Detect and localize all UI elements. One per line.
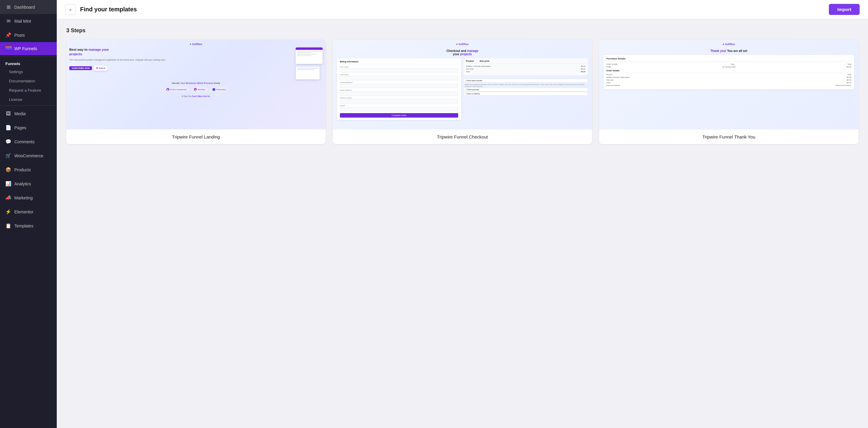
- template-card-checkout[interactable]: ● SoftRex Checkout and manageyour projec…: [333, 40, 592, 144]
- comments-icon: 💬: [5, 139, 11, 144]
- total-col: Total: [847, 74, 851, 75]
- thankyou-headline: Thank you! You are all set: [603, 49, 854, 53]
- products-icon: 📦: [5, 167, 11, 172]
- lastname-label: Last name*: [340, 74, 458, 75]
- sidebar-item-media[interactable]: 🖼 Media: [0, 107, 57, 121]
- purchase-details-title: Purchase Details: [606, 57, 851, 62]
- funnels-section-title: Funnels: [0, 58, 57, 67]
- landing-content: Best way to manage yourprojects The most…: [66, 47, 326, 79]
- back-button[interactable]: «: [65, 4, 76, 15]
- order-detail-row: SoftRex Monthly Subscription $9.00: [606, 76, 851, 78]
- sidebar-item-woocommerce[interactable]: 🛒 WooCommerce: [0, 149, 57, 163]
- sidebar-item-comments[interactable]: 💬 Comments: [0, 135, 57, 149]
- screen-2: [296, 65, 319, 79]
- marketing-icon: 📣: [5, 195, 11, 201]
- template-card-thankyou[interactable]: ● SoftRex Thank you! You are all set Pur…: [599, 40, 859, 144]
- payment-check: ○ Check payment: [464, 88, 588, 91]
- landing-screens: [296, 47, 322, 79]
- posts-icon: 📌: [5, 32, 11, 38]
- order-number-value: #2000: [606, 66, 612, 68]
- order-total-label: Total: [847, 63, 851, 65]
- order-final-total-label: Total: [606, 82, 610, 84]
- softrex-logo-checkout: ● SoftRex: [333, 40, 592, 47]
- template-card-landing[interactable]: ● SoftRex Best way to manage yourproject…: [66, 40, 326, 144]
- dashboard-icon: ⊞: [5, 4, 11, 10]
- order-number-label: Order Number: [606, 63, 618, 65]
- landing-timer: ⏱ 134 H: [93, 66, 108, 71]
- phone-input: [340, 99, 458, 104]
- order-details-label: Order Details: [606, 70, 851, 72]
- import-button[interactable]: Import: [829, 4, 860, 15]
- woocommerce-icon: 🛒: [5, 153, 11, 159]
- country-input: [340, 84, 458, 88]
- product-line-1: SoftRex × Monthly Subscription$9.00: [466, 65, 585, 67]
- sidebar-item-label: Comments: [14, 139, 35, 144]
- order-final-total-value: $9.00: [847, 82, 851, 84]
- sidebar-item-pages[interactable]: 📄 Pages: [0, 121, 57, 135]
- order-total-value: $9.00: [847, 66, 851, 68]
- sidebar: ⊞ Dashboard ✉ Mail Mint 📌 Posts WP Funne…: [0, 0, 57, 428]
- country-label: Country/Region*: [340, 81, 458, 83]
- order-values-row: #2000 16 January 2022 $9.00: [606, 66, 851, 68]
- template-preview-landing: ● SoftRex Best way to manage yourproject…: [66, 40, 326, 129]
- payment-method-row: Payment method Direct bank transfer: [606, 85, 851, 86]
- sidebar-item-products[interactable]: 📦 Products: [0, 163, 57, 177]
- sidebar-item-posts[interactable]: 📌 Posts: [0, 28, 57, 42]
- pages-icon: 📄: [5, 125, 11, 130]
- page-header: « Find your templates Import: [57, 0, 868, 19]
- sidebar-item-label: Dashboard: [14, 5, 35, 9]
- sidebar-sub-license[interactable]: License: [0, 95, 57, 104]
- payment-bank: ○ Direct bank transfer: [464, 79, 588, 83]
- landing-subtext: The most powerful project management app…: [69, 59, 293, 62]
- template-preview-thankyou: ● SoftRex Thank you! You are all set Pur…: [599, 40, 859, 129]
- checkout-right-panel: Product Item price SoftRex × Monthly Sub…: [464, 58, 588, 120]
- landing-bottom-text: A Tool You Can't Miss Out On: [66, 93, 326, 98]
- steps-label: 3 Steps: [66, 28, 859, 34]
- sidebar-sub-request-feature[interactable]: Request a Feature: [0, 86, 57, 95]
- mail-icon: ✉: [5, 18, 11, 24]
- templates-grid: ● SoftRex Best way to manage yourproject…: [66, 40, 859, 144]
- lastname-input: [340, 76, 458, 80]
- bank-desc: Make your payment directly into our bank…: [464, 83, 588, 88]
- sub-total: Sub Total$9.00: [466, 68, 585, 70]
- softrex-logo-landing: ● SoftRex: [66, 40, 326, 47]
- sidebar-item-wp-funnels[interactable]: WP Funnels: [0, 42, 57, 55]
- sidebar-item-templates[interactable]: 📋 Templates: [0, 219, 57, 233]
- product-col: Product: [606, 74, 613, 75]
- sidebar-divider-2: [0, 105, 57, 106]
- sidebar-sub-settings[interactable]: Settings: [0, 67, 57, 76]
- order-details-section: Order Details Product Total SoftRex Mont…: [606, 70, 851, 86]
- sidebar-item-elementor[interactable]: ⚡ Elementor: [0, 205, 57, 219]
- sidebar-item-dashboard[interactable]: ⊞ Dashboard: [0, 0, 57, 14]
- product-label: Product Item price: [466, 60, 585, 64]
- checkout-grid: Billing Information First name* Last nam…: [337, 58, 588, 120]
- payment-method-value: Direct bank transfer: [836, 85, 851, 86]
- sidebar-item-label: Templates: [14, 224, 33, 228]
- subtotal-value: $9.00: [847, 79, 851, 81]
- sidebar-item-label: Products: [14, 167, 31, 172]
- landing-text-block: Best way to manage yourprojects The most…: [69, 47, 293, 71]
- feature-meetings: 📅 Meetings: [191, 87, 207, 92]
- sidebar-item-marketing[interactable]: 📣 Marketing: [0, 191, 57, 205]
- page-title: Find your templates: [80, 6, 137, 13]
- payment-method-label: Payment method: [606, 85, 620, 86]
- sidebar-item-mail-mint[interactable]: ✉ Mail Mint: [0, 14, 57, 28]
- product-summary: Product Item price SoftRex × Monthly Sub…: [464, 58, 588, 75]
- sidebar-item-label: WP Funnels: [14, 46, 37, 51]
- sidebar-item-label: WooCommerce: [14, 154, 43, 158]
- sidebar-item-label: Marketing: [14, 196, 33, 200]
- billing-form: Billing Information First name* Last nam…: [337, 58, 461, 120]
- complete-order-btn[interactable]: Complete Order: [340, 113, 458, 118]
- header-left: « Find your templates: [65, 4, 137, 15]
- template-name-landing: Tripwire Funnel Landing: [66, 129, 326, 144]
- template-name-checkout: Tripwire Funnel Checkout: [333, 129, 592, 144]
- template-name-thankyou: Tripwire Funnel Thank You: [599, 129, 859, 144]
- landing-cta: SUBSCRIBE NOW: [69, 66, 92, 70]
- sidebar-item-label: Elementor: [14, 209, 33, 214]
- street-label: Street address*: [340, 89, 458, 91]
- elementor-icon: ⚡: [5, 209, 11, 215]
- sidebar-sub-documentation[interactable]: Documentation: [0, 76, 57, 86]
- feature-circles: 📋 Project management 📅 Meetings 👥 Onboar…: [66, 86, 326, 93]
- elevate-text: Elevate Your Business Work Process Easil…: [66, 79, 326, 86]
- sidebar-item-analytics[interactable]: 📊 Analytics: [0, 177, 57, 191]
